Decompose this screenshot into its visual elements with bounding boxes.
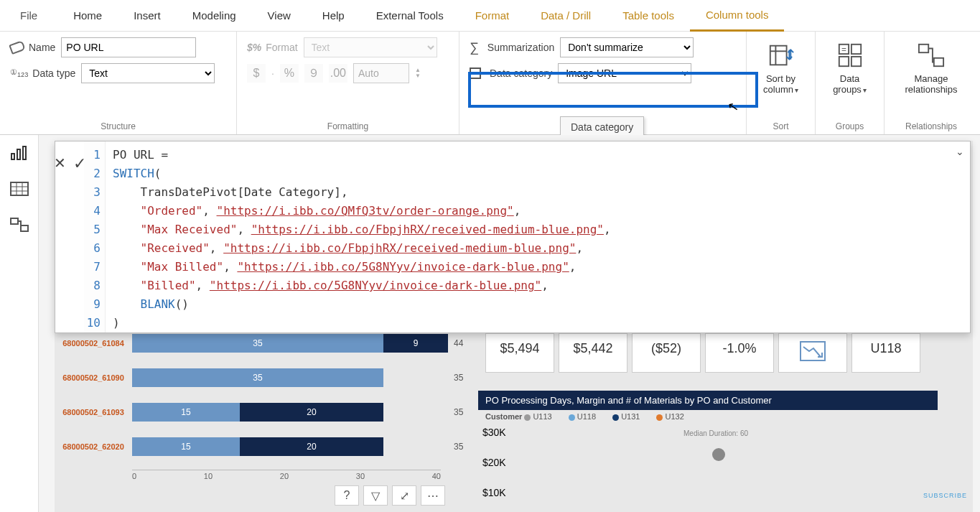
group-formatting: $% Format Text $ · % ９ .00 ▲▼ Formatting — [237, 32, 459, 134]
tab-insert[interactable]: Insert — [118, 0, 177, 32]
decimal-button: .00 — [329, 64, 347, 83]
svg-rect-9 — [919, 45, 928, 52]
data-view-icon[interactable] — [9, 181, 29, 197]
sigma-icon — [470, 40, 483, 55]
kpi-value-1: $5,494 — [485, 333, 554, 373]
scatter-point — [712, 448, 725, 461]
tab-modeling[interactable]: Modeling — [177, 0, 252, 32]
group-label-groups: Groups — [826, 118, 874, 131]
bar-row: 68000502_62020 1520 35 — [55, 432, 471, 461]
chart2-legend: Customer U113 U118 U131 U132 — [485, 412, 699, 421]
svg-rect-5 — [839, 57, 848, 66]
group-label-sort: Sort — [757, 118, 805, 131]
category-icon — [470, 68, 481, 79]
formula-editor[interactable]: PO URL = SWITCH( TransDatePivot[Date Cat… — [106, 141, 970, 332]
tab-home[interactable]: Home — [57, 0, 118, 32]
percent-button: % — [280, 64, 299, 83]
bar-chart[interactable]: 68000502_61084 359 44 68000502_61090 35 … — [55, 329, 471, 467]
datatype-select[interactable]: Text — [81, 63, 215, 83]
sort-by-column-button[interactable]: Sort by column — [757, 37, 805, 99]
collapse-formula-button[interactable]: ⌄ — [956, 146, 964, 157]
group-label-structure: Structure — [10, 118, 226, 131]
group-relationships: Manage relationships Relationships — [885, 32, 978, 134]
median-label: Median Duration: 60 — [683, 429, 748, 437]
svg-rect-6 — [851, 57, 860, 66]
tab-data-drill[interactable]: Data / Drill — [525, 0, 607, 32]
group-label-relationships: Relationships — [895, 118, 968, 131]
name-label: Name — [10, 42, 55, 53]
tab-view[interactable]: View — [252, 0, 307, 32]
view-switcher — [0, 135, 39, 512]
groups-icon — [836, 42, 864, 69]
tab-column-tools[interactable]: Column tools — [690, 0, 785, 32]
tab-file[interactable]: File — [0, 0, 57, 32]
formula-bar: ✕ ✓ 12345678910 PO URL = SWITCH( TransDa… — [55, 141, 971, 333]
bar-row: 68000502_61093 1520 35 — [55, 398, 471, 427]
tab-help[interactable]: Help — [307, 0, 360, 32]
svg-rect-3 — [839, 45, 848, 54]
chart1-xaxis: 010203040 — [132, 470, 441, 480]
subscribe-watermark: SUBSCRIBE — [923, 492, 967, 499]
format-label: $% Format — [247, 42, 298, 53]
chart2-title: PO Processing Days, Margin and # of Mate… — [478, 391, 938, 410]
group-label-formatting: Formatting — [247, 118, 449, 131]
bar-row: 68000502_61084 359 44 — [55, 329, 471, 358]
svg-rect-19 — [11, 218, 18, 224]
model-view-icon[interactable] — [9, 217, 29, 233]
kpi-value-2: $5,442 — [559, 333, 627, 373]
kpi-trend-icon — [778, 333, 847, 373]
tag-icon — [9, 40, 26, 55]
svg-rect-14 — [11, 182, 28, 195]
kpi-row: $5,494 $5,442 ($52) -1.0% U118 — [485, 333, 920, 373]
currency-button: $ — [247, 64, 266, 83]
focus-icon[interactable]: ⤢ — [392, 485, 416, 506]
name-input[interactable] — [61, 37, 196, 57]
svg-rect-20 — [21, 225, 28, 231]
svg-rect-0 — [770, 46, 786, 65]
format-select: Text — [304, 37, 437, 57]
summarization-select[interactable]: Don't summarize — [560, 37, 694, 57]
summarization-label: Summarization — [470, 40, 554, 55]
line-gutter: 12345678910 — [84, 141, 106, 332]
data-category-select[interactable]: Image URL — [558, 63, 691, 83]
filter-icon[interactable]: ▽ — [363, 485, 388, 506]
visual-action-bar: ? ▽ ⤢ ⋯ — [335, 485, 445, 506]
cancel-formula-button[interactable]: ✕ — [54, 154, 66, 172]
manage-relationships-button[interactable]: Manage relationships — [895, 37, 968, 99]
svg-rect-12 — [17, 149, 20, 159]
svg-rect-21 — [801, 342, 825, 360]
report-view-icon[interactable] — [9, 145, 29, 161]
data-category-label: Data category — [470, 68, 552, 79]
ribbon: Name ①123 Data type Text Structure $% — [0, 32, 980, 135]
group-groups: Data groups Groups — [816, 32, 885, 134]
help-icon[interactable]: ? — [335, 485, 359, 506]
menu-bar: File Home Insert Modeling View Help Exte… — [0, 0, 980, 32]
tab-external-tools[interactable]: External Tools — [360, 0, 459, 32]
auto-input — [353, 63, 409, 83]
tab-format[interactable]: Format — [459, 0, 526, 32]
kpi-value-6: U118 — [851, 333, 920, 373]
svg-rect-10 — [934, 58, 943, 66]
data-groups-button[interactable]: Data groups — [826, 37, 874, 99]
percent-format-icon: $% — [247, 42, 261, 53]
group-sort: Sort by column Sort — [747, 32, 816, 134]
more-icon[interactable]: ⋯ — [421, 485, 445, 506]
kpi-value-4: -1.0% — [705, 333, 774, 373]
scatter-chart[interactable]: $30K $20K $10K Median Duration: 60 — [482, 427, 942, 512]
tab-table-tools[interactable]: Table tools — [607, 0, 690, 32]
sort-icon — [767, 42, 795, 69]
group-structure: Name ①123 Data type Text Structure — [0, 32, 237, 134]
datatype-label: ①123 Data type — [10, 68, 75, 79]
thousands-button: ９ — [304, 64, 323, 83]
bar-row: 68000502_61090 35 35 — [55, 363, 471, 392]
relationships-icon — [918, 42, 945, 69]
svg-rect-11 — [11, 154, 14, 159]
svg-rect-4 — [851, 45, 860, 54]
kpi-value-3: ($52) — [632, 333, 701, 373]
svg-rect-13 — [23, 146, 26, 159]
